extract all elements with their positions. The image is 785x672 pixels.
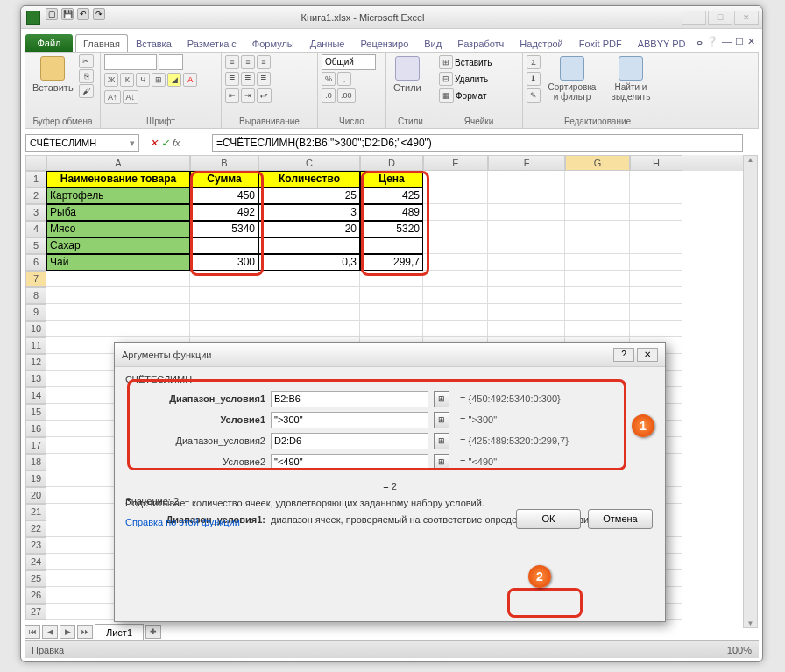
border-button[interactable]: ⊞ [152, 73, 166, 87]
sort-filter-button[interactable]: Сортировка и фильтр [542, 54, 602, 103]
function-help-link[interactable]: Справка по этой функции [125, 517, 240, 527]
cell-D3[interactable]: 489 [360, 204, 423, 221]
fx-icon[interactable]: fx [173, 138, 180, 148]
cell-G6[interactable] [565, 254, 630, 271]
row-header-17[interactable]: 17 [25, 437, 46, 454]
cell-A6[interactable]: Чай [46, 254, 190, 271]
cell-B1[interactable]: Сумма [190, 171, 258, 187]
ok-button[interactable]: ОК [516, 509, 581, 529]
cell-B7[interactable] [190, 271, 258, 287]
bold-button[interactable]: Ж [104, 73, 118, 87]
cell-D7[interactable] [360, 271, 423, 287]
italic-button[interactable]: К [120, 73, 134, 87]
cell-F1[interactable] [488, 171, 565, 187]
cell-C1[interactable]: Количество [258, 171, 360, 187]
cell-F6[interactable] [488, 254, 565, 271]
cell-D9[interactable] [360, 304, 423, 321]
cell-D1[interactable]: Цена [360, 171, 423, 187]
range-selector-icon[interactable]: ⊞ [434, 433, 449, 449]
cell-F10[interactable] [488, 321, 565, 337]
cell-B3[interactable]: 492 [190, 204, 258, 221]
ribbon-tab-9[interactable]: Foxit PDF [571, 34, 630, 52]
find-button[interactable]: Найти и выделить [604, 54, 658, 103]
cell-G4[interactable] [565, 221, 630, 237]
cell-H8[interactable] [630, 287, 682, 304]
styles-button[interactable]: Стили [390, 54, 425, 95]
ribbon-tab-5[interactable]: Рецензиро [352, 34, 416, 52]
cell-D4[interactable]: 5320 [360, 221, 423, 237]
range-selector-icon[interactable]: ⊞ [434, 454, 449, 470]
cell-D5[interactable] [360, 237, 423, 254]
cell-C8[interactable] [258, 287, 360, 304]
cell-D2[interactable]: 425 [360, 187, 423, 204]
cell-B4[interactable]: 5340 [190, 221, 258, 237]
underline-button[interactable]: Ч [136, 73, 150, 87]
row-header-1[interactable]: 1 [25, 171, 46, 187]
cell-B2[interactable]: 450 [190, 187, 258, 204]
row-header-20[interactable]: 20 [25, 487, 46, 504]
row-header-22[interactable]: 22 [25, 520, 46, 537]
cell-F2[interactable] [488, 187, 565, 204]
font-size[interactable] [159, 54, 183, 70]
zoom-level[interactable]: 100% [727, 645, 752, 655]
cell-A8[interactable] [46, 287, 190, 304]
row-header-26[interactable]: 26 [25, 587, 46, 604]
row-header-23[interactable]: 23 [25, 537, 46, 554]
cell-C5[interactable] [258, 237, 360, 254]
row-header-21[interactable]: 21 [25, 504, 46, 520]
cell-G2[interactable] [565, 187, 630, 204]
ribbon-tab-0[interactable]: Главная [75, 34, 128, 52]
row-header-6[interactable]: 6 [25, 254, 46, 271]
cell-G5[interactable] [565, 237, 630, 254]
cell-B9[interactable] [190, 304, 258, 321]
cell-A4[interactable]: Мясо [46, 221, 190, 237]
cell-E10[interactable] [423, 321, 488, 337]
cell-C3[interactable]: 3 [258, 204, 360, 221]
col-header-F[interactable]: F [488, 155, 565, 171]
cell-E7[interactable] [423, 271, 488, 287]
cell-B8[interactable] [190, 287, 258, 304]
col-header-D[interactable]: D [360, 155, 423, 171]
cell-C4[interactable]: 20 [258, 221, 360, 237]
maximize-button[interactable]: ☐ [708, 11, 732, 25]
tab-nav-last[interactable]: ⏭ [77, 625, 93, 639]
cell-E9[interactable] [423, 304, 488, 321]
cell-E8[interactable] [423, 287, 488, 304]
row-header-3[interactable]: 3 [25, 204, 46, 221]
row-header-5[interactable]: 5 [25, 237, 46, 254]
cell-A9[interactable] [46, 304, 190, 321]
row-header-27[interactable]: 27 [25, 604, 46, 620]
cell-A2[interactable]: Картофель [46, 187, 190, 204]
col-header-H[interactable]: H [630, 155, 682, 171]
name-box[interactable]: СЧЁТЕСЛИМН▾ [25, 134, 139, 152]
row-header-10[interactable]: 10 [25, 321, 46, 337]
cell-D6[interactable]: 299,7 [360, 254, 423, 271]
cell-B10[interactable] [190, 321, 258, 337]
cell-D8[interactable] [360, 287, 423, 304]
cell-B6[interactable]: 300 [190, 254, 258, 271]
cell-H7[interactable] [630, 271, 682, 287]
row-header-12[interactable]: 12 [25, 354, 46, 371]
col-header-C[interactable]: C [258, 155, 360, 171]
ribbon-tab-3[interactable]: Формулы [244, 34, 302, 52]
arg-input-1[interactable] [271, 412, 428, 428]
range-selector-icon[interactable]: ⊞ [434, 412, 449, 428]
row-header-19[interactable]: 19 [25, 470, 46, 487]
enter-formula-icon[interactable]: ✓ [161, 138, 169, 149]
cell-G9[interactable] [565, 304, 630, 321]
cell-E5[interactable] [423, 237, 488, 254]
row-header-8[interactable]: 8 [25, 287, 46, 304]
save-icon[interactable]: 💾 [61, 8, 74, 20]
minimize-ribbon-icon[interactable]: ⴰ [697, 36, 703, 47]
cell-H4[interactable] [630, 221, 682, 237]
row-header-4[interactable]: 4 [25, 221, 46, 237]
cell-F4[interactable] [488, 221, 565, 237]
col-header-E[interactable]: E [423, 155, 488, 171]
tab-nav-prev[interactable]: ◀ [42, 625, 58, 639]
row-header-16[interactable]: 16 [25, 421, 46, 437]
row-header-9[interactable]: 9 [25, 304, 46, 321]
col-header-A[interactable]: A [46, 155, 190, 171]
cell-A7[interactable] [46, 271, 190, 287]
ribbon-tab-4[interactable]: Данные [302, 34, 353, 52]
cell-E1[interactable] [423, 171, 488, 187]
